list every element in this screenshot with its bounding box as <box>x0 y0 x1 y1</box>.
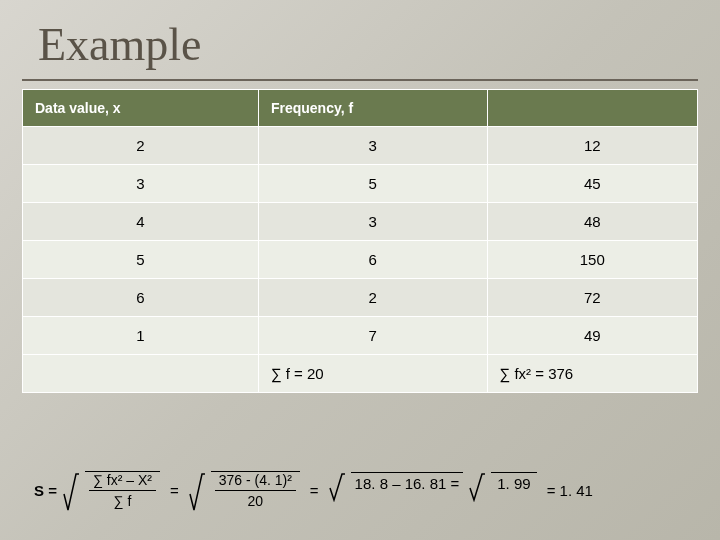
table-row: 3 5 45 <box>23 165 698 203</box>
frac-1: ∑ fx² – X² ∑ f <box>85 471 160 509</box>
cell-c3: 72 <box>487 279 697 317</box>
equals-1: = <box>170 482 179 499</box>
part3: 18. 8 – 16. 81 = <box>351 472 464 492</box>
cell-c3: 45 <box>487 165 697 203</box>
cell-c3: 12 <box>487 127 697 165</box>
table-row: 6 2 72 <box>23 279 698 317</box>
cell-f: 7 <box>258 317 487 355</box>
cell-x: 6 <box>23 279 259 317</box>
formula-lhs: S = <box>34 482 57 499</box>
cell-f: 3 <box>258 127 487 165</box>
title-underline <box>22 79 698 81</box>
equals-3: = 1. 41 <box>547 482 593 499</box>
cell-f: 5 <box>258 165 487 203</box>
frac2-den: 20 <box>243 491 267 509</box>
cell-c3: 150 <box>487 241 697 279</box>
col-header-f: Frequency, f <box>258 90 487 127</box>
cell-x: 3 <box>23 165 259 203</box>
page-title: Example <box>0 0 720 79</box>
cell-f: 6 <box>258 241 487 279</box>
cell-x: 1 <box>23 317 259 355</box>
cell-f: 2 <box>258 279 487 317</box>
radical-icon <box>329 472 345 502</box>
sum-f: ∑ f = 20 <box>258 355 487 393</box>
data-table: Data value, x Frequency, f 2 3 12 3 5 45… <box>22 89 698 393</box>
radical-icon <box>469 472 485 502</box>
table-row: 1 7 49 <box>23 317 698 355</box>
radical-icon <box>189 472 205 512</box>
frac2-num: 376 <box>219 472 242 488</box>
cell-x: 5 <box>23 241 259 279</box>
table-row: 4 3 48 <box>23 203 698 241</box>
cell-f: 3 <box>258 203 487 241</box>
radical-icon <box>63 472 79 512</box>
cell-x: 2 <box>23 127 259 165</box>
table-row: 2 3 12 <box>23 127 698 165</box>
sum-blank <box>23 355 259 393</box>
minus-xbar2: – X² <box>122 472 152 488</box>
col-header-x: Data value, x <box>23 90 259 127</box>
cell-c3: 48 <box>487 203 697 241</box>
cell-c3: 49 <box>487 317 697 355</box>
frac-2: 376 - (4. 1)² 20 <box>211 471 300 509</box>
equals-2: = <box>310 482 319 499</box>
table-sum-row: ∑ f = 20 ∑ fx² = 376 <box>23 355 698 393</box>
cell-x: 4 <box>23 203 259 241</box>
formula-row: S = ∑ fx² – X² ∑ f = 376 - (4. 1)² 20 = … <box>34 472 597 512</box>
frac1-num: ∑ fx² <box>93 472 122 488</box>
col-header-blank <box>487 90 697 127</box>
frac1-den: ∑ f <box>110 491 136 509</box>
part2-tail: - (4. 1)² <box>242 472 292 488</box>
table-row: 5 6 150 <box>23 241 698 279</box>
sum-fx2: ∑ fx² = 376 <box>487 355 697 393</box>
part4: 1. 99 <box>491 472 536 492</box>
